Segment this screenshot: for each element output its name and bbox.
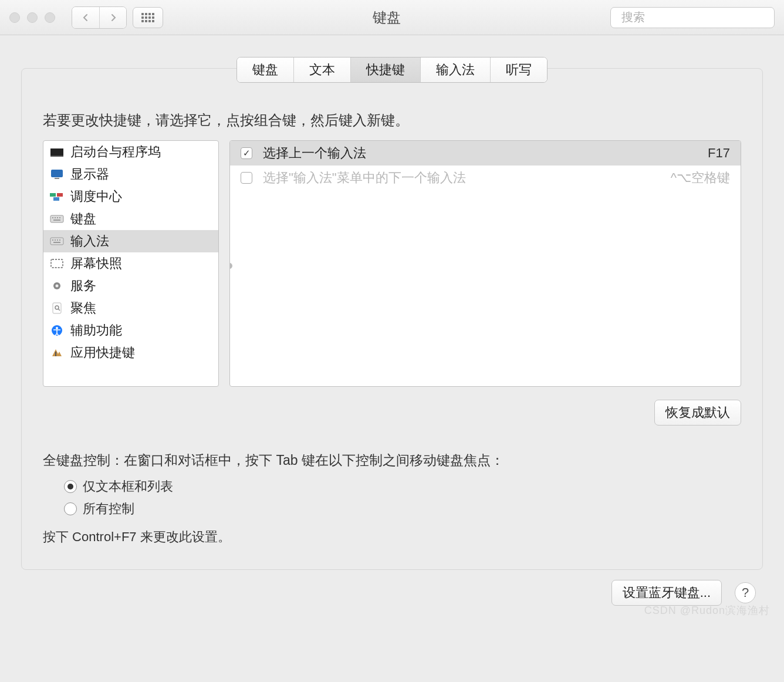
- instruction-text: 若要更改快捷键，请选择它，点按组合键，然后键入新键。: [43, 111, 741, 130]
- category-label: 服务: [70, 277, 96, 295]
- shortcut-label: 选择"输入法"菜单中的下一个输入法: [263, 169, 466, 187]
- grid-icon: [141, 13, 154, 22]
- category-label: 辅助功能: [70, 322, 122, 339]
- window-title: 键盘: [169, 8, 604, 27]
- minimize-icon[interactable]: [27, 12, 38, 23]
- svg-point-26: [56, 327, 58, 329]
- category-item[interactable]: 输入法: [43, 230, 218, 252]
- accessibility-icon: [49, 324, 65, 337]
- apps-icon: [49, 346, 65, 359]
- gear-icon: [49, 279, 65, 292]
- category-item[interactable]: 服务: [43, 275, 218, 297]
- radio-label: 仅文本框和列表: [83, 478, 173, 495]
- category-item[interactable]: 应用快捷键: [43, 342, 218, 364]
- category-item[interactable]: 屏幕快照: [43, 252, 218, 275]
- shortcut-list[interactable]: ✓选择上一个输入法F17选择"输入法"菜单中的下一个输入法^⌥空格键: [229, 140, 741, 387]
- category-label: 应用快捷键: [70, 344, 135, 362]
- keyboard-icon: [49, 235, 65, 248]
- radio-label: 所有控制: [83, 500, 134, 518]
- display-icon: [49, 168, 65, 181]
- launchpad-icon: [49, 146, 65, 158]
- category-list[interactable]: 启动台与程序坞显示器调度中心键盘输入法屏幕快照服务聚焦辅助功能应用快捷键: [43, 140, 219, 387]
- svg-rect-14: [50, 238, 63, 245]
- category-item[interactable]: 显示器: [43, 163, 218, 185]
- svg-point-22: [56, 285, 59, 288]
- window-traffic-lights: [9, 12, 55, 23]
- full-keyboard-access: 全键盘控制：在窗口和对话框中，按下 Tab 键在以下控制之间移动键盘焦点： 仅文…: [43, 451, 741, 546]
- checkbox[interactable]: ✓: [241, 147, 252, 159]
- tab-4[interactable]: 听写: [491, 58, 547, 82]
- category-label: 启动台与程序坞: [70, 143, 161, 161]
- svg-rect-2: [50, 156, 63, 157]
- resize-handle[interactable]: [229, 263, 232, 269]
- svg-rect-27: [55, 352, 56, 356]
- show-all-button[interactable]: [133, 7, 163, 28]
- category-item[interactable]: 聚焦: [43, 297, 218, 319]
- nav-back-forward: [72, 6, 127, 29]
- shortcut-row[interactable]: ✓选择上一个输入法F17: [230, 141, 741, 166]
- category-label: 调度中心: [70, 188, 122, 205]
- tab-1[interactable]: 文本: [294, 58, 351, 82]
- radio-icon: [64, 480, 77, 493]
- mission-icon: [49, 190, 65, 203]
- svg-rect-1: [50, 148, 63, 156]
- restore-defaults-button[interactable]: 恢复成默认: [654, 400, 741, 426]
- svg-rect-10: [55, 217, 56, 218]
- category-label: 显示器: [70, 166, 109, 183]
- radio-icon: [64, 502, 77, 515]
- tab-0[interactable]: 键盘: [237, 58, 294, 82]
- category-label: 屏幕快照: [70, 255, 122, 272]
- screenshot-icon: [49, 257, 65, 270]
- shortcut-lists: 启动台与程序坞显示器调度中心键盘输入法屏幕快照服务聚焦辅助功能应用快捷键 ✓选择…: [43, 140, 741, 387]
- category-label: 聚焦: [70, 299, 96, 317]
- svg-rect-18: [59, 239, 60, 241]
- category-item[interactable]: 调度中心: [43, 185, 218, 208]
- svg-rect-8: [50, 215, 63, 222]
- forward-button[interactable]: [99, 7, 126, 28]
- search-input[interactable]: [621, 11, 770, 24]
- search-field[interactable]: [610, 7, 775, 28]
- svg-rect-23: [53, 303, 61, 313]
- checkbox[interactable]: [241, 172, 252, 184]
- radio-option[interactable]: 所有控制: [64, 498, 741, 520]
- keyboard-icon: [49, 212, 65, 225]
- preferences-panel: 键盘文本快捷键输入法听写 若要更改快捷键，请选择它，点按组合键，然后键入新键。 …: [21, 68, 763, 570]
- svg-rect-5: [50, 193, 56, 197]
- svg-rect-9: [52, 217, 53, 218]
- shortcut-key[interactable]: ^⌥空格键: [671, 169, 730, 187]
- category-label: 键盘: [70, 210, 96, 228]
- svg-rect-11: [57, 217, 58, 218]
- shortcut-label: 选择上一个输入法: [263, 144, 366, 162]
- zoom-icon[interactable]: [45, 12, 55, 23]
- svg-rect-12: [59, 217, 60, 218]
- category-label: 输入法: [70, 232, 109, 250]
- svg-rect-20: [51, 259, 63, 268]
- shortcut-key[interactable]: F17: [708, 146, 730, 161]
- tab-bar: 键盘文本快捷键输入法听写: [43, 57, 741, 83]
- full-kb-hint: 按下 Control+F7 来更改此设置。: [43, 528, 741, 546]
- svg-rect-13: [53, 220, 60, 221]
- svg-rect-15: [52, 239, 53, 241]
- svg-rect-6: [57, 193, 63, 197]
- back-button[interactable]: [72, 7, 99, 28]
- spotlight-icon: [49, 302, 65, 315]
- tab-2[interactable]: 快捷键: [351, 58, 421, 82]
- svg-rect-19: [53, 242, 60, 243]
- radio-option[interactable]: 仅文本框和列表: [64, 475, 741, 498]
- category-item[interactable]: 辅助功能: [43, 319, 218, 342]
- shortcut-row[interactable]: 选择"输入法"菜单中的下一个输入法^⌥空格键: [230, 166, 741, 190]
- svg-rect-4: [55, 178, 59, 179]
- category-item[interactable]: 启动台与程序坞: [43, 141, 218, 163]
- toolbar: 键盘: [0, 0, 784, 35]
- svg-rect-7: [53, 197, 59, 201]
- close-icon[interactable]: [9, 12, 20, 23]
- tab-3[interactable]: 输入法: [421, 58, 491, 82]
- full-kb-heading: 全键盘控制：在窗口和对话框中，按下 Tab 键在以下控制之间移动键盘焦点：: [43, 451, 741, 470]
- category-item[interactable]: 键盘: [43, 208, 218, 230]
- bluetooth-keyboard-button[interactable]: 设置蓝牙键盘...: [611, 580, 722, 606]
- svg-rect-17: [57, 239, 58, 241]
- bottom-actions: 设置蓝牙键盘... ?: [611, 580, 756, 606]
- help-button[interactable]: ?: [735, 582, 756, 603]
- watermark: CSDN @Rudon滨海渔村: [644, 603, 770, 617]
- svg-rect-16: [55, 239, 56, 241]
